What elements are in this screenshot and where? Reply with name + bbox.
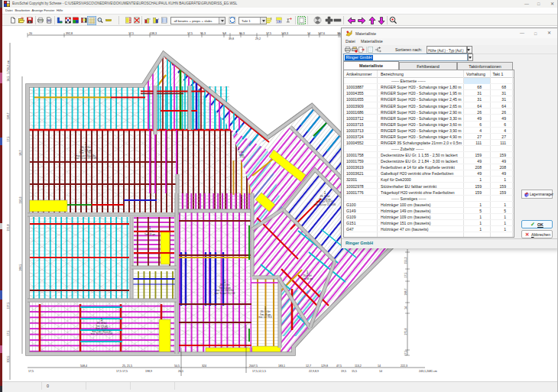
- svg-text:155,2: 155,2: [404, 258, 407, 264]
- svg-text:20,1: 20,1: [178, 370, 183, 373]
- svg-text:143,3: 143,3: [281, 32, 288, 35]
- svg-text:2007,5: 2007,5: [249, 364, 258, 368]
- svg-text:14: 14: [404, 306, 407, 309]
- svg-text:190,3: 190,3: [19, 197, 22, 204]
- svg-text:17,5 17,5: 17,5 17,5: [116, 370, 128, 373]
- svg-text:24,5: 24,5: [7, 76, 10, 82]
- svg-text:15,5: 15,5: [352, 370, 357, 373]
- svg-text:129,8: 129,8: [321, 364, 328, 368]
- svg-text:17,5: 17,5: [266, 32, 271, 35]
- svg-text:183,1: 183,1: [278, 364, 285, 368]
- svg-text:14: 14: [307, 32, 310, 35]
- svg-text:17,5: 17,5: [7, 331, 10, 336]
- svg-text:113,2: 113,2: [355, 364, 362, 368]
- svg-text:17,5: 17,5: [7, 137, 10, 142]
- svg-text:198,7: 198,7: [7, 113, 10, 120]
- svg-text:Trm: 18 qm: Trm: 18 qm: [144, 233, 156, 236]
- svg-text:147,6: 147,6: [318, 32, 325, 35]
- svg-text:243,1,2081 cm: 243,1,2081 cm: [419, 370, 437, 373]
- svg-text:14: 14: [378, 364, 381, 368]
- svg-text:39,8: 39,8: [229, 37, 234, 40]
- svg-text:14: 14: [379, 370, 382, 373]
- svg-text:17,5: 17,5: [404, 273, 407, 278]
- svg-text:168,7: 168,7: [404, 289, 407, 296]
- svg-text:max. St.Last: 17,23 kN: max. St.Last: 17,23 kN: [75, 157, 96, 160]
- svg-text:127,5: 127,5: [7, 303, 10, 309]
- svg-text:138,3: 138,3: [150, 32, 157, 35]
- svg-text:324: 324: [202, 364, 206, 368]
- svg-text:i: i: [158, 17, 159, 21]
- svg-text:max. St.Last: 15,0 kN: max. St.Last: 15,0 kN: [215, 292, 235, 295]
- svg-text:max. St.Last: 17,23 kN: max. St.Last: 17,23 kN: [91, 332, 112, 335]
- svg-text:i: i: [149, 17, 150, 21]
- svg-text:25, 21,5: 25, 21,5: [122, 364, 132, 368]
- svg-text:9,8: 9,8: [222, 32, 226, 35]
- svg-text:29,2: 29,2: [255, 37, 261, 40]
- svg-text:12,7: 12,7: [306, 364, 311, 368]
- svg-text:17,5,12,1,5: 17,5,12,1,5: [252, 370, 266, 373]
- svg-text:80,3: 80,3: [239, 32, 245, 35]
- svg-text:22,9,8,9: 22,9,8,9: [309, 370, 319, 373]
- svg-text:17,5: 17,5: [404, 351, 407, 356]
- svg-text:1.739,2 cm: 1.739,2 cm: [7, 60, 10, 74]
- svg-text:17,5: 17,5: [128, 32, 134, 35]
- svg-text:508,4: 508,4: [80, 364, 87, 368]
- svg-text:300,5: 300,5: [7, 356, 10, 363]
- svg-text:Trm: 66 qm: Trm: 66 qm: [302, 277, 313, 280]
- svg-text:19,5: 19,5: [341, 370, 346, 373]
- svg-text:95,3: 95,3: [200, 32, 206, 35]
- svg-text:275,6: 275,6: [404, 329, 407, 335]
- svg-text:266,5: 266,5: [19, 264, 22, 271]
- svg-text:222,3: 222,3: [401, 364, 407, 368]
- svg-text:max. Lst: 96,6: max. Lst: 96,6: [258, 316, 272, 319]
- svg-text:50,5: 50,5: [174, 364, 180, 368]
- svg-text:47,5: 47,5: [336, 364, 342, 368]
- svg-text:221,8: 221,8: [7, 225, 10, 232]
- svg-text:17,5: 17,5: [28, 370, 34, 373]
- svg-text:392,8: 392,8: [66, 32, 73, 35]
- svg-text:max. St.Last: 21,50 kN: max. St.Last: 21,50 kN: [314, 203, 336, 206]
- svg-text:198,9: 198,9: [145, 370, 152, 373]
- svg-text:98,7: 98,7: [19, 151, 22, 156]
- svg-text:20: 20: [29, 32, 32, 35]
- svg-text:17,5: 17,5: [187, 32, 193, 35]
